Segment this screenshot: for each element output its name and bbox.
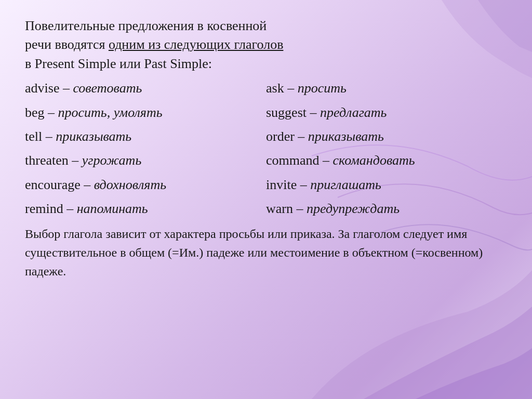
verb-right-2: order – приказывать xyxy=(266,125,507,149)
verb-right-5: warn – предупреждать xyxy=(266,197,507,221)
title-line2-prefix: речи вводятся xyxy=(25,37,109,52)
title-line2: речи вводятся одним из следующих глаголо… xyxy=(25,35,507,54)
verb-left-2: tell – приказывать xyxy=(25,125,266,149)
verb-left-3: threaten – угрожать xyxy=(25,149,266,172)
title-line1: Повелительные предложения в косвенной xyxy=(25,17,507,35)
title-line2-underlined: одним из следующих глаголов xyxy=(109,37,284,52)
verb-left-0: advise – советовать xyxy=(25,76,266,100)
verb-right-3: command – скомандовать xyxy=(266,149,507,172)
footer-text: Выбор глагола зависит от характера прось… xyxy=(25,224,507,281)
verb-left-5: remind – напоминать xyxy=(25,197,266,221)
verb-right-1: suggest – предлагать xyxy=(266,101,507,125)
verb-grid: advise – советоватьask – проситьbeg – пр… xyxy=(25,76,507,221)
verb-right-4: invite – приглашать xyxy=(266,173,507,197)
verb-right-0: ask – просить xyxy=(266,76,507,100)
verb-left-1: beg – просить, умолять xyxy=(25,101,266,125)
verb-left-4: encourage – вдохновлять xyxy=(25,173,266,197)
title-block: Повелительные предложения в косвенной ре… xyxy=(25,17,507,73)
title-line3: в Present Simple или Past Simple: xyxy=(25,55,507,73)
main-content: Повелительные предложения в косвенной ре… xyxy=(0,0,532,399)
